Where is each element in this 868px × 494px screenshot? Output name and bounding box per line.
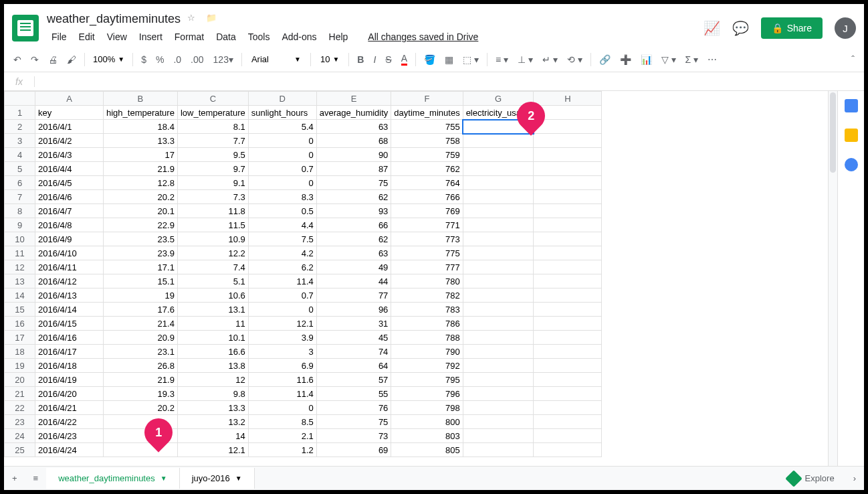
cell[interactable] xyxy=(534,148,602,162)
cell[interactable] xyxy=(463,176,534,190)
cell[interactable]: 2016/4/18 xyxy=(35,359,104,373)
rotate-button[interactable]: ⟲ ▾ xyxy=(563,52,586,68)
cell[interactable]: 3 xyxy=(248,345,316,359)
cell[interactable] xyxy=(534,303,602,317)
cell[interactable] xyxy=(463,162,534,176)
row-header[interactable]: 12 xyxy=(5,260,35,274)
cell[interactable]: 16.6 xyxy=(177,345,248,359)
cell[interactable]: 2016/4/12 xyxy=(35,274,104,289)
cell[interactable]: 766 xyxy=(391,190,463,204)
borders-button[interactable]: ▦ xyxy=(441,52,457,68)
bold-button[interactable]: B xyxy=(353,52,368,68)
menu-insert[interactable]: Insert xyxy=(134,29,167,45)
cell[interactable]: 8.1 xyxy=(177,120,248,134)
cell[interactable] xyxy=(534,232,602,246)
cell[interactable]: 4.2 xyxy=(248,246,316,260)
comments-icon[interactable]: 💬 xyxy=(732,20,749,36)
cell[interactable]: 2016/4/15 xyxy=(35,317,104,331)
functions-button[interactable]: Σ ▾ xyxy=(681,52,703,68)
cell[interactable]: 0 xyxy=(248,303,316,317)
halign-button[interactable]: ≡ ▾ xyxy=(492,52,512,68)
cell[interactable]: 9.5 xyxy=(177,148,248,162)
share-button[interactable]: 🔒 Share xyxy=(761,17,823,39)
row-header[interactable]: 4 xyxy=(5,148,35,162)
cell[interactable]: 783 xyxy=(391,303,463,317)
cell[interactable]: 769 xyxy=(391,204,463,218)
cell[interactable] xyxy=(534,190,602,204)
cell[interactable] xyxy=(463,190,534,204)
cell[interactable]: 2016/4/10 xyxy=(35,246,104,260)
cell[interactable]: 2016/4/1 xyxy=(35,120,104,134)
cell[interactable] xyxy=(534,443,602,457)
cell[interactable]: 13.8 xyxy=(177,359,248,373)
cell[interactable]: 14 xyxy=(177,429,248,443)
cell[interactable]: 10.1 xyxy=(177,331,248,345)
cell[interactable]: 796 xyxy=(391,387,463,401)
tasks-icon[interactable] xyxy=(845,158,858,171)
cell[interactable]: 790 xyxy=(391,345,463,359)
column-header[interactable]: E xyxy=(316,92,391,106)
menu-format[interactable]: Format xyxy=(170,29,209,45)
cell[interactable]: 23.9 xyxy=(104,246,178,260)
cell[interactable]: 21.4 xyxy=(104,317,178,331)
cell[interactable]: 2016/4/4 xyxy=(35,162,104,176)
chart-button[interactable]: 📊 xyxy=(637,52,656,68)
cell[interactable]: 64 xyxy=(316,359,391,373)
cell[interactable]: 0.5 xyxy=(248,204,316,218)
cell[interactable]: 96 xyxy=(316,303,391,317)
cell[interactable]: 11.5 xyxy=(177,218,248,232)
row-header[interactable]: 9 xyxy=(5,218,35,232)
cell[interactable]: 10.6 xyxy=(177,289,248,303)
cell[interactable]: 2016/4/23 xyxy=(35,429,104,443)
calendar-icon[interactable] xyxy=(845,99,858,112)
cell[interactable]: 5.4 xyxy=(248,120,316,134)
cell[interactable] xyxy=(463,429,534,443)
sheets-logo-icon[interactable] xyxy=(12,15,39,42)
cell[interactable]: 44 xyxy=(316,274,391,289)
account-avatar[interactable]: J xyxy=(835,17,856,39)
keep-icon[interactable] xyxy=(845,129,858,142)
row-header[interactable]: 13 xyxy=(5,274,35,289)
row-header[interactable]: 10 xyxy=(5,232,35,246)
comment-button[interactable]: ➕ xyxy=(616,52,635,68)
row-header[interactable]: 15 xyxy=(5,303,35,317)
cell[interactable]: 5.1 xyxy=(177,274,248,289)
cell[interactable]: 21.9 xyxy=(104,373,178,387)
cell[interactable]: 9.1 xyxy=(177,176,248,190)
row-header[interactable]: 6 xyxy=(5,176,35,190)
column-header[interactable]: D xyxy=(248,92,316,106)
cell[interactable] xyxy=(463,274,534,289)
cell[interactable]: 792 xyxy=(391,359,463,373)
row-header[interactable]: 18 xyxy=(5,345,35,359)
cell[interactable]: 76 xyxy=(316,401,391,415)
cell[interactable]: 13.3 xyxy=(177,401,248,415)
cell[interactable] xyxy=(534,204,602,218)
cell[interactable] xyxy=(463,415,534,429)
cell[interactable]: 7.7 xyxy=(177,134,248,148)
font-size-select[interactable]: 10▼ xyxy=(315,53,344,66)
cell[interactable]: 777 xyxy=(391,260,463,274)
cell[interactable]: 2016/4/11 xyxy=(35,260,104,274)
more-button[interactable]: ⋯ xyxy=(703,52,721,68)
document-title[interactable]: weather_daytimeminutes xyxy=(47,12,181,26)
cell[interactable]: 0.7 xyxy=(248,289,316,303)
cell[interactable] xyxy=(534,401,602,415)
cell[interactable]: 13.2 xyxy=(177,415,248,429)
valign-button[interactable]: ⊥ ▾ xyxy=(514,52,537,68)
cell[interactable]: 20.2 xyxy=(104,401,178,415)
cell[interactable]: 2016/4/2 xyxy=(35,134,104,148)
row-header[interactable]: 24 xyxy=(5,429,35,443)
menu-data[interactable]: Data xyxy=(211,29,241,45)
cell[interactable]: 759 xyxy=(391,148,463,162)
cell[interactable] xyxy=(534,176,602,190)
chevron-down-icon[interactable]: ▼ xyxy=(235,475,242,482)
cell[interactable] xyxy=(463,387,534,401)
cell[interactable]: 62 xyxy=(316,190,391,204)
cell[interactable]: 2016/4/7 xyxy=(35,204,104,218)
column-header[interactable]: B xyxy=(104,92,178,106)
cell[interactable]: 73 xyxy=(316,429,391,443)
cell[interactable] xyxy=(534,289,602,303)
cell[interactable]: 0 xyxy=(248,134,316,148)
cell[interactable]: 68 xyxy=(316,134,391,148)
cell[interactable]: 17.1 xyxy=(104,260,178,274)
